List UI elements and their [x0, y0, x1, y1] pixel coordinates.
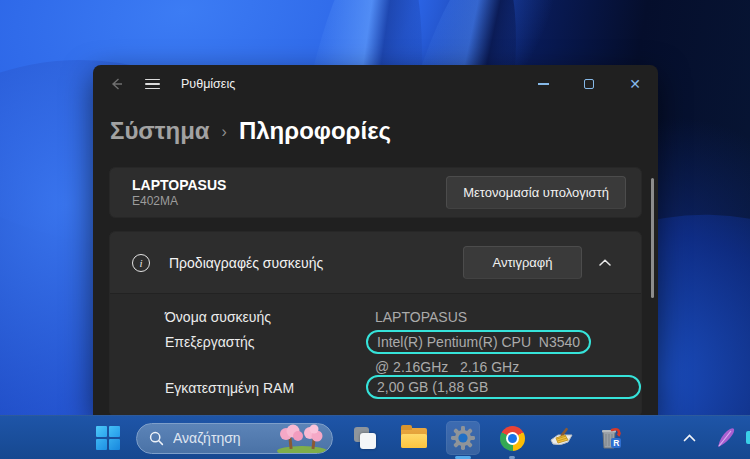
uninstaller-button[interactable]: R	[593, 421, 627, 455]
device-specs-body: Όνομα συσκευής LAPTOPASUS Επεξεργαστής I…	[110, 293, 641, 415]
close-button[interactable]: ✕	[612, 65, 658, 103]
windows-logo-icon	[96, 426, 107, 437]
task-view-button[interactable]	[348, 421, 382, 455]
minimize-button[interactable]	[520, 65, 566, 103]
trash-arrow-icon: R	[598, 426, 623, 451]
collapse-section-button[interactable]	[594, 259, 616, 266]
cherry-blossom-image	[276, 424, 328, 453]
device-specs-card: i Προδιαγραφές συσκευής Αντιγραφή Όνομα …	[109, 231, 642, 415]
desktop: Ρυθμίσεις ✕ Σύστημα › Πληροφορίες LAPTOP…	[0, 0, 750, 459]
info-icon: i	[132, 254, 150, 272]
chevron-up-icon	[599, 259, 611, 266]
tray-chevron-up-icon[interactable]	[683, 434, 696, 442]
menu-button[interactable]	[145, 76, 160, 93]
breadcrumb-system[interactable]: Σύστημα	[110, 117, 210, 145]
spec-value: LAPTOPASUS	[375, 307, 641, 327]
spec-label: Όνομα συσκευής	[165, 307, 375, 327]
gear-icon	[450, 425, 476, 451]
system-tray	[683, 416, 736, 459]
page-title: Πληροφορίες	[239, 117, 391, 145]
window-title: Ρυθμίσεις	[181, 77, 235, 91]
search-icon	[149, 431, 164, 446]
rename-pc-button[interactable]: Μετονομασία υπολογιστή	[446, 176, 626, 209]
feather-pen-icon[interactable]	[716, 427, 736, 449]
caption-buttons: ✕	[520, 65, 658, 103]
back-button[interactable]	[105, 73, 127, 95]
processor-value-line2: @ 2.16GHz 2.16 GHz	[375, 357, 519, 377]
device-name-card: LAPTOPASUS E402MA Μετονομασία υπολογιστή	[109, 167, 642, 218]
scrollbar-thumb[interactable]	[651, 178, 654, 298]
settings-window: Ρυθμίσεις ✕ Σύστημα › Πληροφορίες LAPTOP…	[93, 65, 658, 415]
device-specs-title: Προδιαγραφές συσκευής	[169, 255, 323, 271]
back-icon	[108, 76, 124, 92]
titlebar: Ρυθμίσεις ✕	[93, 65, 658, 103]
task-view-icon	[353, 426, 377, 450]
processor-value-highlighted: Intel(R) Pentium(R) CPU N3540	[366, 330, 591, 354]
broom-disk-icon	[548, 426, 575, 450]
folder-icon	[401, 428, 427, 448]
maximize-button[interactable]	[566, 65, 612, 103]
device-model: E402MA	[132, 194, 226, 209]
spec-label: Εγκατεστημένη RAM	[165, 378, 375, 398]
copy-button[interactable]: Αντιγραφή	[463, 246, 582, 279]
spec-row-processor: Επεξεργαστής Intel(R) Pentium(R) CPU N35…	[165, 332, 641, 377]
start-button[interactable]	[96, 426, 121, 451]
breadcrumb: Σύστημα › Πληροφορίες	[93, 103, 658, 145]
breadcrumb-separator: ›	[222, 123, 227, 141]
device-identity: LAPTOPASUS E402MA	[132, 177, 226, 209]
close-icon: ✕	[629, 77, 641, 91]
file-explorer-button[interactable]	[397, 421, 431, 455]
spec-row-ram: Εγκατεστημένη RAM 2,00 GB (1,88 GB	[165, 378, 641, 398]
search-input[interactable]	[173, 430, 273, 446]
ram-value-highlighted: 2,00 GB (1,88 GB	[366, 375, 641, 399]
tray-icon-partial[interactable]	[746, 431, 750, 444]
svg-text:R: R	[613, 438, 619, 448]
taskbar: R	[0, 415, 750, 459]
minimize-icon	[538, 83, 549, 85]
spec-label: Επεξεργαστής	[165, 332, 375, 352]
device-specs-header[interactable]: i Προδιαγραφές συσκευής Αντιγραφή	[110, 232, 641, 293]
device-name: LAPTOPASUS	[132, 177, 226, 194]
chrome-button[interactable]	[495, 421, 529, 455]
disk-cleanup-button[interactable]	[544, 421, 578, 455]
settings-button[interactable]	[446, 421, 480, 455]
taskbar-icons: R	[96, 416, 627, 459]
chrome-icon	[500, 426, 525, 451]
spec-row-device-name: Όνομα συσκευής LAPTOPASUS	[165, 307, 641, 327]
taskbar-search[interactable]	[136, 423, 333, 454]
maximize-icon	[584, 79, 594, 89]
